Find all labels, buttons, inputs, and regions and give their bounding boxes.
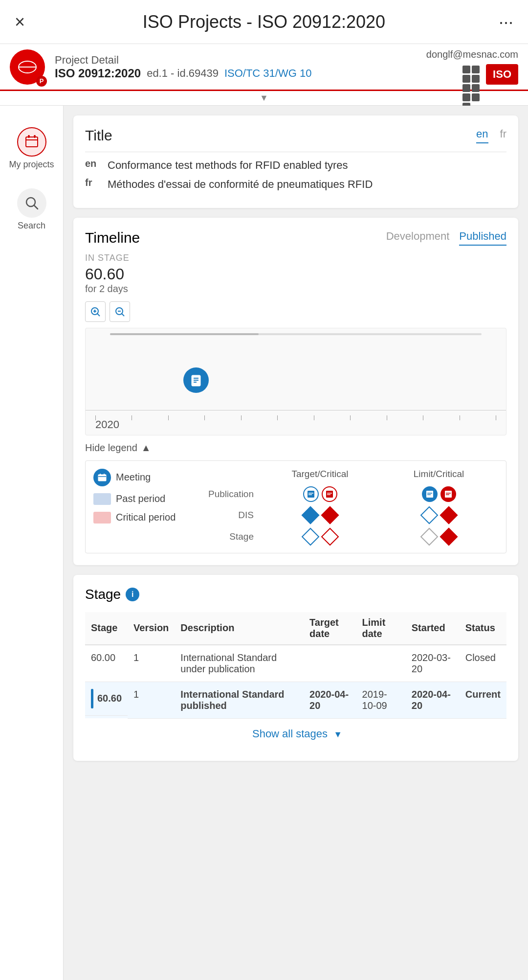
timeline-year: 2020 [95,418,119,431]
col-stage: Stage [85,612,128,645]
main-content: Title en fr en Conformance test methods … [64,106,528,980]
show-all-stages[interactable]: Show all stages ▼ [85,719,506,749]
legend-past-swatch [93,493,111,505]
iso-logo: P [10,49,45,85]
stage-code: 60.60 [85,265,506,283]
sidebar-item-search[interactable]: Search [0,182,63,238]
title-text-fr: Méthodes d'essai de conformité de pneuma… [108,177,373,192]
grid-menu-icon[interactable] [462,65,481,84]
title-card: Title en fr en Conformance test methods … [73,115,518,208]
lang-tab-fr[interactable]: fr [500,128,506,143]
legend-critical-period: Critical period [93,512,191,524]
legend-dis-label: DIS [197,510,261,521]
sidebar-item-projects[interactable]: My projects [0,120,63,177]
legend-pub-target-outline [303,486,319,502]
legend-dis-limit-icons [379,507,498,524]
legend-row-stage: Stage [197,528,498,545]
col-description: Description [175,612,304,645]
stage-card: Stage i Stage Version Description Target… [73,575,518,761]
zoom-in-button[interactable] [85,301,106,322]
show-all-label: Show all stages [252,728,328,740]
row2-stage: 60.60 [85,682,128,716]
tab-development[interactable]: Development [386,230,450,246]
col-target-date: Target date [304,612,356,645]
row2-description: International Standard published [175,682,304,718]
legend-critical-label: Critical period [116,512,176,523]
search-label: Search [18,221,45,231]
legend-past-label: Past period [116,493,165,504]
legend-toggle-arrow: ▲ [141,442,151,454]
svg-line-9 [34,205,38,209]
legend-pub-limit-icons [379,486,498,502]
row2-stage-text: 60.60 [97,693,122,704]
svg-rect-2 [26,137,38,147]
projects-label: My projects [9,160,54,170]
layout: My projects Search ? Version API 2.8.8 T… [0,106,528,980]
legend-stage-label: Stage [197,531,261,542]
legend-pub-limit-red [440,486,456,502]
table-row: 60.60 1 International Standard published… [85,682,506,718]
title-entry-en: en Conformance test methods for RFID ena… [85,158,506,173]
row1-target-date [304,645,356,682]
col-limit-date: Limit date [356,612,406,645]
zoom-controls [85,301,506,322]
timeline-tabs: Development Published [386,230,506,246]
legend-toggle[interactable]: Hide legend ▲ [85,442,506,454]
legend-pub-limit-blue [422,486,438,502]
in-stage-label: IN STAGE [85,253,506,263]
dropdown-arrow-icon[interactable]: ▼ [260,93,268,103]
legend-publication-label: Publication [197,489,261,500]
row1-started: 2020-03-20 [406,645,460,682]
stage-info-icon[interactable]: i [126,588,139,601]
top-bar: × ISO Projects - ISO 20912:2020 ··· [0,0,528,44]
more-button[interactable]: ··· [489,12,513,32]
row1-status: Closed [460,645,506,682]
tab-published[interactable]: Published [459,230,506,246]
header-info: Project Detail ISO 20912:2020 ed.1 - id.… [55,54,417,80]
row1-limit-date [356,645,406,682]
timeline-chart: 2020 [85,328,506,435]
legend-right-header: Target/Critical Limit/Critical [197,469,498,479]
svg-rect-29 [326,491,333,498]
timeline-header: Timeline Development Published [85,229,506,246]
legend-critical-swatch [93,512,111,524]
projects-icon [17,127,46,157]
hide-legend-label: Hide legend [85,442,137,454]
row2-limit-date: 2019-10-09 [356,682,406,718]
title-card-header: Title en fr [85,127,506,144]
row2-status: Current [460,682,506,718]
legend-dis-target-icons [261,507,379,524]
close-button[interactable]: × [15,12,39,32]
stage-table: Stage Version Description Target date Li… [85,612,506,719]
legend-pub-target-icons [261,486,379,502]
legend-left: Meeting Past period Critical period [93,469,191,545]
legend-row-dis: DIS [197,507,498,524]
legend-row-publication: Publication [197,486,498,502]
header-row: P Project Detail ISO 20912:2020 ed.1 - i… [0,44,528,91]
legend-past-period: Past period [93,493,191,505]
legend-stage-target-icons [261,528,379,545]
svg-rect-32 [426,491,433,498]
title-lang-en: en [85,158,100,169]
timeline-ticks [86,415,506,420]
table-header-row: Stage Version Description Target date Li… [85,612,506,645]
legend-meeting: Meeting [93,469,191,486]
row1-version: 1 [128,645,175,682]
iso-brand: ISO [486,64,518,85]
page-title: ISO Projects - ISO 20912:2020 [39,12,489,32]
lang-tab-en[interactable]: en [476,128,488,143]
legend-meeting-label: Meeting [116,472,151,483]
legend-body: Meeting Past period Critical period [85,460,506,553]
col-version: Version [128,612,175,645]
svg-rect-23 [100,474,101,476]
zoom-out-button[interactable] [110,301,130,322]
timeline-publication-dot [183,367,209,393]
project-tc[interactable]: ISO/TC 31/WG 10 [224,67,312,80]
table-row: 60.00 1 International Standard under pub… [85,645,506,682]
legend-stage-limit-icons [379,528,498,545]
legend-col-limit: Limit/Critical [379,469,498,479]
sidebar-version: ? Version API 2.8.8 [7,975,57,980]
project-code: ISO 20912:2020 [55,67,141,80]
sidebar: My projects Search ? Version API 2.8.8 [0,106,64,980]
svg-rect-35 [445,491,452,498]
